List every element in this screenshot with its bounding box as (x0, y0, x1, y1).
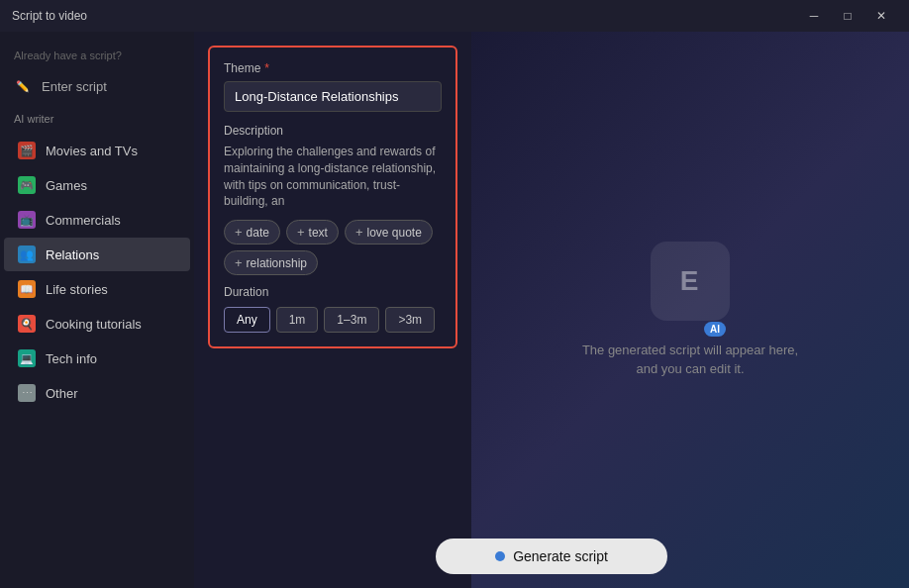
tag-text[interactable]: + text (286, 220, 339, 245)
gen-dot-icon (495, 551, 505, 561)
tag-love-quote-label: love quote (366, 226, 421, 240)
enter-script-label: Enter script (42, 79, 107, 94)
life-icon: 📖 (18, 280, 36, 298)
sidebar-item-life[interactable]: 📖 Life stories (4, 272, 190, 306)
duration-buttons: Any 1m 1–3m >3m (224, 307, 442, 333)
plus-icon: + (235, 255, 243, 270)
generate-area: Generate script (194, 539, 909, 574)
sidebar-item-movies-label: Movies and TVs (46, 144, 138, 158)
duration-1-3m[interactable]: 1–3m (324, 307, 379, 333)
tag-love-quote[interactable]: + love quote (345, 220, 433, 245)
tag-relationship[interactable]: + relationship (224, 250, 318, 275)
sidebar-item-movies[interactable]: 🎬 Movies and TVs (4, 134, 190, 167)
sidebar-item-tech[interactable]: 💻 Tech info (4, 342, 190, 375)
minimize-button[interactable]: ─ (798, 6, 830, 26)
form-border: Theme * Description Exploring the challe… (208, 46, 457, 348)
tags-row: + date + text + love quote (224, 220, 442, 245)
sidebar-item-commercials[interactable]: 📺 Commercials (4, 203, 190, 237)
required-star: * (264, 61, 269, 75)
film-icon: 🎬 (18, 142, 36, 159)
form-panel: Theme * Description Exploring the challe… (194, 32, 471, 588)
sidebar-item-other-label: Other (46, 386, 78, 401)
game-icon: 🎮 (18, 176, 36, 194)
window-controls: ─ □ ✕ (798, 6, 897, 26)
plus-icon: + (297, 225, 305, 240)
ai-badge: AI (704, 322, 726, 337)
tag-date-label: date (247, 226, 269, 240)
cook-icon: 🍳 (18, 315, 36, 333)
maximize-button[interactable]: □ (832, 6, 863, 26)
ea-logo: E AI (651, 242, 730, 321)
sidebar: Already have a script? ✏️ Enter script A… (0, 32, 194, 588)
comm-icon: 📺 (18, 211, 36, 229)
have-script-label: Already have a script? (14, 49, 122, 61)
duration-1m[interactable]: 1m (276, 307, 319, 333)
duration-label: Duration (224, 285, 442, 299)
sidebar-item-life-label: Life stories (46, 282, 108, 297)
have-script-section: Already have a script? (0, 44, 194, 71)
relations-icon: 👥 (18, 245, 36, 263)
sidebar-item-cooking[interactable]: 🍳 Cooking tutorials (4, 307, 190, 341)
sidebar-item-games[interactable]: 🎮 Games (4, 168, 190, 202)
sidebar-item-relations-label: Relations (46, 247, 99, 262)
pen-icon: ✏️ (14, 77, 32, 95)
sidebar-item-games-label: Games (46, 178, 87, 193)
description-label: Description (224, 124, 442, 138)
tag-relationship-label: relationship (247, 256, 307, 270)
content-area: Theme * Description Exploring the challe… (194, 32, 909, 588)
app-title: Script to video (12, 9, 87, 23)
theme-label: Theme * (224, 61, 442, 75)
tech-icon: 💻 (18, 349, 36, 367)
plus-icon: + (235, 225, 243, 240)
sidebar-item-relations[interactable]: 👥 Relations (4, 238, 190, 271)
theme-input[interactable] (224, 81, 442, 112)
other-icon: ⋯ (18, 384, 36, 402)
preview-placeholder-text: The generated script will appear here, a… (581, 341, 799, 379)
sidebar-item-cooking-label: Cooking tutorials (46, 317, 142, 332)
main-layout: Already have a script? ✏️ Enter script A… (0, 32, 909, 588)
plus-icon: + (355, 225, 363, 240)
close-button[interactable]: ✕ (865, 6, 897, 26)
preview-panel: E AI The generated script will appear he… (471, 32, 909, 588)
generate-script-label: Generate script (513, 548, 608, 564)
enter-script-item[interactable]: ✏️ Enter script (0, 71, 194, 109)
sidebar-item-tech-label: Tech info (46, 351, 97, 366)
sidebar-item-other[interactable]: ⋯ Other (4, 376, 190, 410)
duration-3m-plus[interactable]: >3m (385, 307, 435, 333)
ai-writer-label: AI writer (0, 109, 194, 133)
duration-any[interactable]: Any (224, 307, 270, 333)
titlebar: Script to video ─ □ ✕ (0, 0, 909, 32)
sidebar-item-commercials-label: Commercials (46, 213, 121, 228)
tag-date[interactable]: + date (224, 220, 280, 245)
description-text: Exploring the challenges and rewards of … (224, 144, 442, 210)
generate-script-button[interactable]: Generate script (436, 539, 667, 574)
tags-row-2: + relationship (224, 250, 442, 275)
tag-text-label: text (309, 226, 328, 240)
logo-text: E (680, 265, 701, 297)
